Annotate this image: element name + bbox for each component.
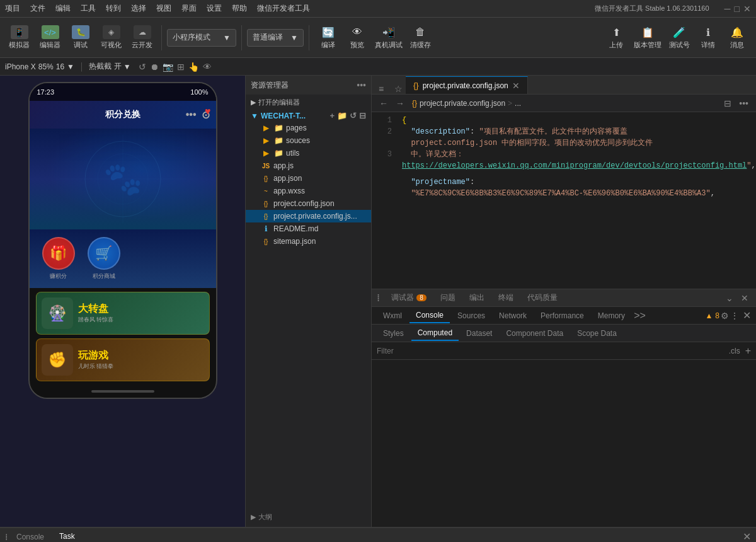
breadcrumb-file[interactable]: project.private.config.json — [420, 99, 505, 108]
filter-input[interactable] — [377, 347, 729, 355]
file-appjs[interactable]: JS app.js — [246, 159, 371, 172]
editor-btn[interactable]: </> 编辑器 — [36, 21, 64, 54]
more-icon[interactable]: ••• — [736, 97, 751, 110]
bottom-drag-icon[interactable]: ⁞ — [5, 532, 8, 542]
collapse-icon[interactable]: ⊟ — [359, 111, 366, 120]
layout-icon[interactable]: ⊞ — [177, 62, 185, 72]
component-data-tab[interactable]: Component Data — [500, 326, 570, 340]
test-btn[interactable]: 🧪 测试号 — [665, 21, 693, 54]
file-project-private[interactable]: {} project.private.config.js... — [246, 210, 371, 222]
back-icon[interactable]: ← — [377, 97, 391, 110]
scope-data-tab[interactable]: Scope Data — [571, 326, 623, 340]
console-inner-tab[interactable]: Console — [410, 308, 450, 323]
json3-file-icon: {} — [261, 211, 271, 221]
file-appwxss[interactable]: ~ app.wxss — [246, 185, 371, 197]
outline-header[interactable]: ▶ 大纲 — [251, 510, 366, 524]
banner2-title: 玩游戏 — [78, 349, 114, 362]
bottom-close-icon[interactable]: ✕ — [743, 531, 751, 542]
details-btn[interactable]: ℹ 详情 — [694, 21, 722, 54]
menu-project[interactable]: 项目 — [5, 3, 20, 14]
network-tab[interactable]: Network — [493, 309, 533, 323]
preview-btn[interactable]: 👁 预览 — [343, 21, 371, 54]
menu-file[interactable]: 文件 — [30, 3, 45, 14]
new-folder-icon[interactable]: 📁 — [337, 111, 347, 120]
refresh-icon[interactable]: ↺ — [139, 62, 146, 72]
wechat-folder[interactable]: ▼ WECHAT-T... + 📁 ↺ ⊟ — [246, 110, 371, 122]
cloud-btn[interactable]: ☁ 云开发 — [128, 21, 156, 54]
task-tab[interactable]: Task — [53, 529, 81, 543]
open-editors-header[interactable]: ▶ 打开的编辑器 — [246, 95, 371, 110]
editor-bookmark-icon[interactable]: ☆ — [391, 84, 406, 94]
file-utils[interactable]: ▶ 📁 utils — [246, 147, 371, 159]
menu-settings[interactable]: 设置 — [207, 3, 222, 14]
styles-tab[interactable]: Styles — [377, 326, 410, 340]
breadcrumb-more[interactable]: ... — [515, 99, 521, 108]
devtools-tab-debugger[interactable]: 调试器 8 — [385, 290, 433, 306]
upload-btn[interactable]: ⬆ 上传 — [602, 21, 630, 54]
clear-btn[interactable]: 🗑 清缓存 — [406, 21, 434, 54]
devtools-tab-quality[interactable]: 代码质量 — [521, 290, 564, 306]
refresh-explorer-icon[interactable]: ↺ — [350, 111, 357, 120]
menu-tool[interactable]: 工具 — [81, 3, 96, 14]
version-btn[interactable]: 📋 版本管理 — [631, 21, 664, 54]
add-style-icon[interactable]: + — [745, 345, 751, 357]
devtools-close-icon[interactable]: ✕ — [738, 292, 751, 304]
sources-tab[interactable]: Sources — [451, 309, 491, 323]
compile-select[interactable]: 普通编译 ▼ — [247, 29, 304, 47]
computed-tab[interactable]: Computed — [411, 326, 459, 341]
simulator-btn[interactable]: 📱 模拟器 — [5, 21, 33, 54]
notify-btn[interactable]: 🔔 消息 — [723, 21, 751, 54]
console-tab[interactable]: Console — [10, 530, 50, 543]
dataset-tab[interactable]: Dataset — [460, 326, 498, 340]
compile-btn[interactable]: 🔄 编译 — [314, 21, 342, 54]
minimize-btn[interactable]: ─ — [724, 4, 731, 14]
menu-interface[interactable]: 界面 — [181, 3, 197, 14]
menu-help[interactable]: 帮助 — [232, 3, 247, 14]
devtools-inner-close[interactable]: ✕ — [743, 309, 751, 321]
screenshot-icon[interactable]: 📷 — [163, 62, 173, 72]
tab-close-icon[interactable]: ✕ — [512, 81, 520, 91]
file-projectconfig[interactable]: {} project.config.json — [246, 197, 371, 210]
file-readme[interactable]: ℹ README.md — [246, 222, 371, 235]
device-selector[interactable]: iPhone X 85% 16 ▼ — [5, 62, 74, 71]
file-appjson[interactable]: {} app.json — [246, 172, 371, 185]
devtools-dots-icon[interactable]: ⋮ — [730, 311, 739, 321]
menu-goto[interactable]: 转到 — [106, 3, 121, 14]
menu-edit[interactable]: 编辑 — [55, 3, 71, 14]
performance-tab[interactable]: Performance — [534, 309, 590, 323]
wxml-tab[interactable]: Wxml — [377, 309, 408, 323]
split-icon[interactable]: ⊟ — [721, 97, 734, 110]
new-file-icon[interactable]: + — [329, 111, 335, 120]
explorer-more-icon[interactable]: ••• — [357, 80, 366, 90]
devtools-gear-icon[interactable]: ⚙ — [721, 311, 729, 321]
memory-tab[interactable]: Memory — [592, 309, 631, 323]
cls-label[interactable]: .cls — [729, 347, 740, 355]
record-icon[interactable]: ⏺ — [150, 62, 159, 72]
inner-tabs-more[interactable]: >> — [634, 310, 646, 321]
menu-view[interactable]: 视图 — [156, 3, 171, 14]
file-sitemap[interactable]: {} sitemap.json — [246, 235, 371, 248]
menu-select[interactable]: 选择 — [131, 3, 146, 14]
file-pages[interactable]: ▶ 📁 pages — [246, 122, 371, 134]
eye-icon[interactable]: 👁 — [203, 62, 212, 72]
editor-tab-private[interactable]: {} project.private.config.json ✕ — [406, 76, 528, 94]
touch-icon[interactable]: 👆 — [188, 62, 199, 72]
mode-select[interactable]: 小程序模式 ▼ — [167, 29, 236, 47]
debug-btn[interactable]: 🐛 调试 — [67, 21, 94, 54]
editor-content[interactable]: 1 2 3 { "description": "项目私有配置文件。此文件中的内容… — [372, 112, 756, 289]
devtools-tab-terminal[interactable]: 终端 — [492, 290, 520, 306]
editor-sidebar-icon[interactable]: ≡ — [372, 84, 391, 94]
devtools-tab-output[interactable]: 编出 — [463, 290, 491, 306]
hotreload-btn[interactable]: 热截截 开 ▼ — [89, 61, 130, 72]
real-debug-btn[interactable]: 📲 真机调试 — [372, 21, 405, 54]
devtools-drag-handle[interactable]: ⁞ — [377, 292, 380, 304]
devtools-collapse-icon[interactable]: ⌄ — [723, 292, 736, 304]
debug-label: 调试 — [74, 40, 88, 50]
file-souces[interactable]: ▶ 📁 souces — [246, 134, 371, 147]
forward-icon[interactable]: → — [393, 97, 407, 110]
maximize-btn[interactable]: □ — [735, 4, 740, 14]
menu-wechat-devtools[interactable]: 微信开发者工具 — [257, 3, 310, 14]
close-btn[interactable]: ✕ — [743, 4, 751, 14]
devtools-tab-issues[interactable]: 问题 — [434, 290, 462, 306]
visual-btn[interactable]: ◈ 可视化 — [97, 21, 125, 54]
